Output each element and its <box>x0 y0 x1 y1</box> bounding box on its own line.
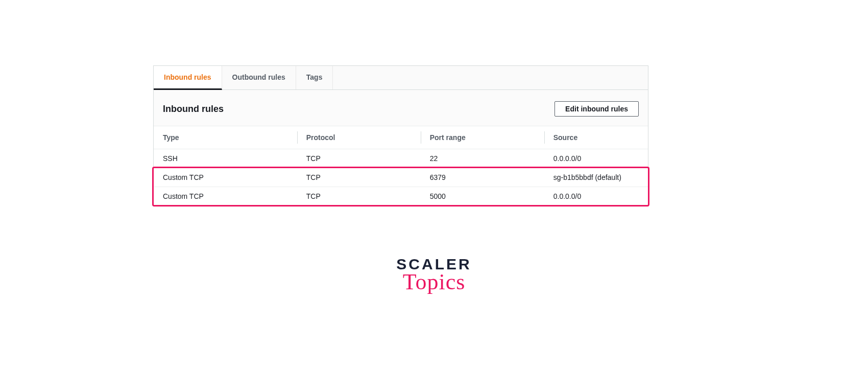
cell-protocol: TCP <box>297 187 421 205</box>
table-row: Custom TCP TCP 5000 0.0.0.0/0 <box>154 187 648 205</box>
tab-bar: Inbound rules Outbound rules Tags <box>154 66 648 90</box>
tab-inbound-rules[interactable]: Inbound rules <box>154 66 222 90</box>
col-type: Type <box>154 126 297 149</box>
col-protocol: Protocol <box>297 126 421 149</box>
cell-protocol: TCP <box>297 149 421 168</box>
scaler-topics-logo: SCALER Topics <box>396 256 471 295</box>
tab-outbound-rules[interactable]: Outbound rules <box>222 66 296 89</box>
col-source: Source <box>544 126 648 149</box>
cell-protocol: TCP <box>297 168 421 187</box>
col-port-range: Port range <box>421 126 544 149</box>
cell-port: 22 <box>421 149 544 168</box>
panel-header: Inbound rules Edit inbound rules <box>154 90 648 126</box>
cell-type: Custom TCP <box>154 168 297 187</box>
edit-inbound-rules-button[interactable]: Edit inbound rules <box>554 101 639 117</box>
table-row: SSH TCP 22 0.0.0.0/0 <box>154 149 648 168</box>
cell-source: 0.0.0.0/0 <box>544 149 648 168</box>
panel-title: Inbound rules <box>163 104 224 114</box>
table-header: Type Protocol Port range Source <box>154 126 648 149</box>
security-group-panel: Inbound rules Outbound rules Tags Inboun… <box>153 65 648 206</box>
tab-tags[interactable]: Tags <box>296 66 333 89</box>
table-row: Custom TCP TCP 6379 sg-b1b5bbdf (default… <box>154 168 648 187</box>
cell-port: 6379 <box>421 168 544 187</box>
cell-type: Custom TCP <box>154 187 297 205</box>
cell-source: 0.0.0.0/0 <box>544 187 648 205</box>
logo-sub-text: Topics <box>396 269 471 295</box>
cell-source: sg-b1b5bbdf (default) <box>544 168 648 187</box>
cell-type: SSH <box>154 149 297 168</box>
cell-port: 5000 <box>421 187 544 205</box>
